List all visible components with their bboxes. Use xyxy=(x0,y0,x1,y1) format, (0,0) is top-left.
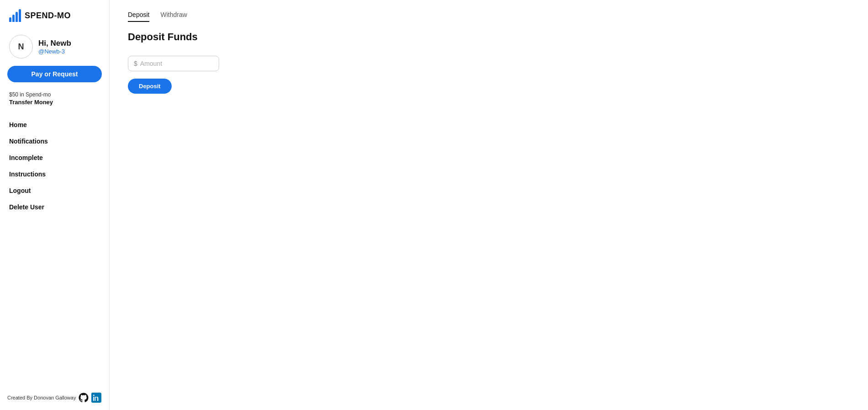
footer-text: Created By Donovan Galloway xyxy=(7,395,76,400)
linkedin-icon[interactable] xyxy=(91,393,101,403)
sidebar-footer: Created By Donovan Galloway xyxy=(0,393,109,403)
transfer-section: $50 in Spend-mo Transfer Money xyxy=(0,90,109,113)
amount-input-wrapper: $ xyxy=(128,56,219,71)
main-content: Deposit Withdraw Deposit Funds $ Deposit xyxy=(110,0,868,410)
pay-request-button[interactable]: Pay or Request xyxy=(7,66,102,82)
app-logo-text: SPEND-MO xyxy=(25,11,71,21)
tab-deposit[interactable]: Deposit xyxy=(128,11,149,22)
sidebar-item-instructions[interactable]: Instructions xyxy=(0,166,109,182)
transfer-money-link[interactable]: Transfer Money xyxy=(9,99,100,106)
sidebar: SPEND-MO N Hi, Newb @Newb-3 Pay or Reque… xyxy=(0,0,110,410)
sidebar-item-home[interactable]: Home xyxy=(0,117,109,133)
github-icon[interactable] xyxy=(79,393,89,403)
avatar: N xyxy=(9,35,33,59)
sidebar-item-incomplete[interactable]: Incomplete xyxy=(0,149,109,166)
user-handle: @Newb-3 xyxy=(38,48,71,55)
sidebar-item-logout[interactable]: Logout xyxy=(0,182,109,199)
user-info: Hi, Newb @Newb-3 xyxy=(38,39,71,55)
deposit-button[interactable]: Deposit xyxy=(128,79,172,94)
logo-area: SPEND-MO xyxy=(0,0,109,29)
user-greeting: Hi, Newb xyxy=(38,39,71,48)
amount-form: $ Deposit xyxy=(128,56,219,94)
tab-withdraw[interactable]: Withdraw xyxy=(160,11,187,22)
sidebar-item-delete-user[interactable]: Delete User xyxy=(0,199,109,215)
sidebar-item-notifications[interactable]: Notifications xyxy=(0,133,109,149)
logo-icon xyxy=(9,9,21,22)
balance-text: $50 in Spend-mo xyxy=(9,91,100,98)
nav-menu: Home Notifications Incomplete Instructio… xyxy=(0,113,109,219)
user-area: N Hi, Newb @Newb-3 xyxy=(0,29,109,66)
page-title: Deposit Funds xyxy=(128,31,850,43)
dollar-sign: $ xyxy=(134,60,137,67)
tabs: Deposit Withdraw xyxy=(128,11,850,22)
amount-input[interactable] xyxy=(140,60,213,67)
